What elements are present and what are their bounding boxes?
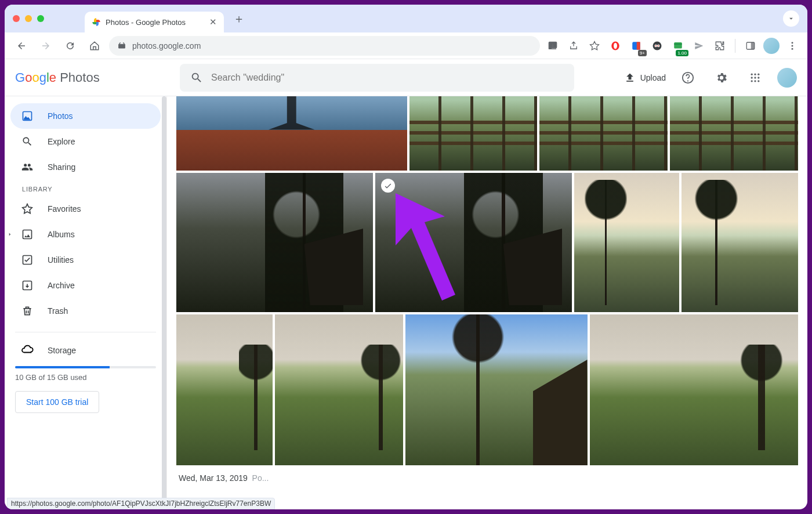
browser-window: Photos - Google Photos ✕ ＋ photos.google…: [5, 5, 807, 509]
site-info-icon[interactable]: [117, 41, 126, 50]
reload-icon: [65, 41, 75, 51]
extension-blue[interactable]: 9+: [628, 38, 644, 54]
account-avatar[interactable]: [777, 68, 797, 88]
apps-button[interactable]: [744, 66, 767, 89]
share-button[interactable]: [566, 38, 582, 54]
svg-point-9: [655, 45, 657, 46]
browser-actions: 9+ 1.00: [545, 38, 800, 54]
photo-thumbnail[interactable]: [275, 314, 403, 465]
search-box[interactable]: [180, 64, 574, 92]
photo-thumbnail[interactable]: [539, 96, 668, 171]
svg-point-0: [119, 45, 121, 46]
sidebar-item-label: Favorites: [48, 204, 81, 213]
extension-green[interactable]: 1.00: [670, 38, 686, 54]
sidebar-item-sharing[interactable]: Sharing: [10, 154, 161, 180]
home-button[interactable]: [85, 36, 104, 56]
install-app-button[interactable]: [545, 38, 561, 54]
kebab-icon: [787, 41, 798, 51]
help-button[interactable]: [676, 66, 699, 89]
browser-tab[interactable]: Photos - Google Photos ✕: [85, 12, 224, 32]
sidebar-item-favorites[interactable]: Favorites: [10, 196, 161, 222]
photo-thumbnail[interactable]: [590, 314, 798, 465]
side-panel-icon: [745, 41, 756, 51]
photo-thumbnail[interactable]: [682, 173, 798, 312]
star-icon: [589, 41, 600, 51]
upload-icon: [624, 72, 636, 84]
minimize-window-button[interactable]: [25, 15, 32, 22]
arrow-left-icon: [16, 41, 27, 51]
reload-button[interactable]: [60, 36, 80, 56]
svg-point-22: [754, 77, 756, 78]
photo-content: Wed, Mar 13, 2019 Po...: [167, 96, 807, 509]
opera-icon: [610, 41, 621, 51]
sidebar-item-storage[interactable]: Storage: [10, 343, 161, 358]
archive-icon: [21, 280, 34, 291]
upload-button[interactable]: Upload: [624, 72, 666, 84]
svg-point-3: [614, 42, 617, 49]
profile-avatar[interactable]: [763, 38, 780, 54]
maximize-window-button[interactable]: [37, 15, 44, 22]
back-button[interactable]: [12, 36, 31, 56]
new-tab-button[interactable]: ＋: [231, 10, 247, 27]
photo-thumbnail[interactable]: [375, 173, 572, 312]
app-header: Google Photos Upload: [5, 59, 807, 96]
bookmark-button[interactable]: [586, 38, 603, 54]
utilities-icon: [21, 254, 34, 266]
extension-grey[interactable]: [691, 38, 707, 54]
svg-point-24: [751, 80, 753, 82]
sidebar-item-label: Trash: [48, 306, 68, 316]
svg-rect-5: [637, 42, 640, 50]
photo-thumbnail[interactable]: [405, 314, 587, 465]
logo[interactable]: Google Photos: [15, 70, 177, 85]
share-icon: [568, 41, 579, 51]
address-bar[interactable]: photos.google.com: [109, 36, 540, 56]
sidebar-item-explore[interactable]: Explore: [10, 129, 161, 154]
extension-opera[interactable]: [607, 38, 624, 54]
photo-thumbnail[interactable]: [409, 96, 538, 171]
chevron-right-icon: [7, 231, 13, 237]
select-checkmark[interactable]: [381, 179, 395, 193]
photos-icon: [21, 110, 34, 122]
sidebar-item-albums[interactable]: Albums: [10, 222, 161, 247]
photo-grid: Wed, Mar 13, 2019 Po...: [167, 96, 807, 483]
sidebar-item-trash[interactable]: Trash: [10, 298, 161, 324]
close-window-button[interactable]: [13, 15, 20, 22]
sidebar-section-library: LIBRARY: [10, 180, 161, 196]
star-icon: [21, 203, 34, 215]
forward-button[interactable]: [36, 36, 56, 56]
sidebar-item-label: Explore: [48, 137, 75, 146]
extension-eyes[interactable]: [649, 38, 665, 54]
photo-thumbnail[interactable]: [176, 314, 273, 465]
svg-point-16: [792, 48, 793, 49]
photo-thumbnail[interactable]: [574, 173, 679, 312]
sidebar-item-utilities[interactable]: Utilities: [10, 247, 161, 273]
sidebar-item-archive[interactable]: Archive: [10, 273, 161, 298]
svg-point-25: [754, 80, 756, 82]
tab-search-button[interactable]: [783, 10, 799, 27]
date-header: Wed, Mar 13, 2019 Po...: [176, 468, 798, 483]
settings-button[interactable]: [710, 66, 733, 89]
sidebar-item-photos[interactable]: Photos: [10, 103, 161, 129]
app-root: Google Photos Upload Pho: [5, 59, 807, 509]
close-tab-icon[interactable]: ✕: [209, 17, 217, 27]
photo-thumbnail[interactable]: [670, 96, 798, 171]
svg-rect-11: [674, 42, 682, 49]
search-input[interactable]: [211, 73, 564, 83]
url-text: photos.google.com: [132, 41, 201, 50]
puzzle-icon: [715, 41, 725, 51]
side-panel-button[interactable]: [742, 38, 759, 54]
extensions-button[interactable]: [712, 38, 728, 54]
start-trial-button[interactable]: Start 100 GB trial: [15, 391, 99, 413]
svg-point-10: [658, 45, 659, 46]
photo-thumbnail[interactable]: [176, 173, 373, 312]
sidebar: Photos Explore Sharing LIBRARY Favorites: [5, 96, 167, 509]
window-controls: [13, 15, 44, 22]
search-icon: [21, 136, 34, 147]
album-icon: [21, 229, 34, 240]
photo-thumbnail[interactable]: [176, 96, 407, 171]
apps-grid-icon: [749, 72, 761, 84]
svg-point-15: [792, 45, 793, 46]
cloud-icon: [21, 343, 34, 358]
browser-menu-button[interactable]: [784, 38, 800, 54]
home-icon: [89, 41, 100, 51]
